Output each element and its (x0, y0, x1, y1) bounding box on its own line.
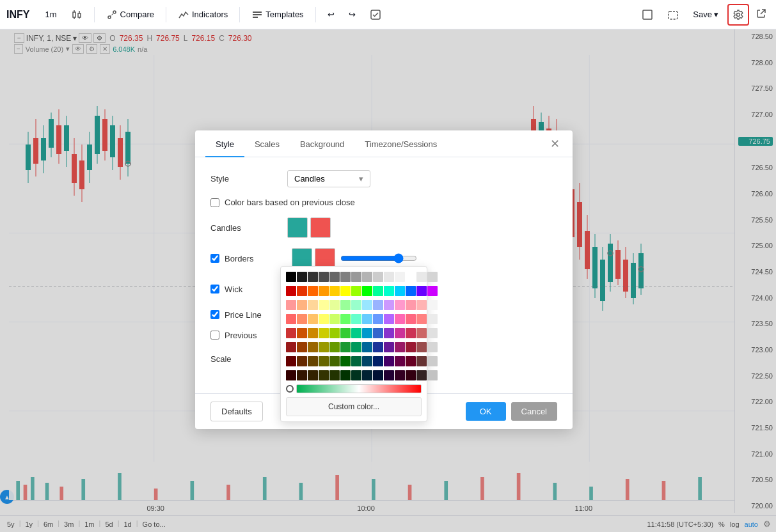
save-button[interactable]: Save ▾ (688, 7, 724, 22)
color-cell[interactable] (308, 356, 318, 366)
color-cell[interactable] (340, 370, 351, 380)
color-cell[interactable] (329, 272, 340, 282)
color-cell[interactable] (297, 356, 307, 366)
color-cell[interactable] (427, 370, 438, 380)
color-cell[interactable] (427, 272, 438, 282)
color-cell[interactable] (416, 300, 427, 310)
color-cell[interactable] (297, 272, 307, 282)
cancel-button[interactable]: Cancel (511, 402, 557, 421)
color-cell[interactable] (384, 272, 394, 282)
color-cell[interactable] (319, 356, 329, 366)
external-link-button[interactable] (753, 5, 770, 24)
color-cell[interactable] (362, 272, 372, 282)
color-cell[interactable] (427, 286, 438, 296)
color-cell[interactable] (373, 328, 383, 338)
color-cell[interactable] (286, 314, 296, 324)
color-cell[interactable] (297, 286, 307, 296)
color-cell[interactable] (406, 342, 416, 352)
color-cell[interactable] (406, 272, 416, 282)
color-cell[interactable] (406, 300, 416, 310)
color-cell[interactable] (384, 300, 394, 310)
color-cell[interactable] (340, 286, 351, 296)
color-cell[interactable] (406, 286, 416, 296)
borders-checkbox[interactable] (210, 254, 219, 263)
color-cell[interactable] (427, 314, 438, 324)
gradient-bar[interactable] (296, 384, 422, 393)
color-cell[interactable] (319, 286, 329, 296)
color-cell[interactable] (406, 328, 416, 338)
color-cell[interactable] (340, 328, 351, 338)
color-cell[interactable] (416, 356, 427, 366)
color-cell[interactable] (362, 314, 372, 324)
color-cell[interactable] (297, 300, 307, 310)
color-cell[interactable] (395, 272, 405, 282)
tab-style[interactable]: Style (205, 130, 244, 157)
color-cell[interactable] (329, 356, 340, 366)
color-cell[interactable] (395, 342, 405, 352)
color-cell[interactable] (319, 272, 329, 282)
color-cell[interactable] (416, 328, 427, 338)
color-cell[interactable] (395, 328, 405, 338)
color-cell[interactable] (351, 272, 361, 282)
alert-button[interactable] (365, 6, 386, 23)
color-cell[interactable] (297, 370, 307, 380)
color-cell[interactable] (395, 356, 405, 366)
color-cell[interactable] (384, 370, 394, 380)
bar-style-button[interactable] (66, 6, 88, 23)
color-cell[interactable] (319, 300, 329, 310)
redo-button[interactable]: ↪ (344, 7, 361, 22)
color-cell[interactable] (340, 342, 351, 352)
color-cell[interactable] (329, 370, 340, 380)
ok-button[interactable]: OK (466, 402, 506, 421)
color-cell[interactable] (362, 370, 372, 380)
color-cell[interactable] (351, 286, 361, 296)
color-cell[interactable] (362, 328, 372, 338)
color-cell[interactable] (297, 328, 307, 338)
color-cell[interactable] (395, 314, 405, 324)
color-cell[interactable] (373, 314, 383, 324)
color-cell[interactable] (286, 356, 296, 366)
color-cell[interactable] (351, 356, 361, 366)
color-cell[interactable] (308, 342, 318, 352)
color-cell[interactable] (351, 370, 361, 380)
custom-color-button[interactable]: Custom color... (286, 397, 422, 416)
color-cell[interactable] (308, 272, 318, 282)
color-cell[interactable] (373, 370, 383, 380)
color-cell[interactable] (308, 286, 318, 296)
color-cell[interactable] (351, 300, 361, 310)
color-cell[interactable] (351, 342, 361, 352)
color-cell[interactable] (297, 342, 307, 352)
color-cell[interactable] (286, 272, 296, 282)
color-cell[interactable] (329, 342, 340, 352)
color-cell[interactable] (427, 356, 438, 366)
color-cell[interactable] (329, 328, 340, 338)
gradient-knob[interactable] (286, 385, 294, 393)
style-select-dropdown[interactable]: Candles ▾ (287, 170, 370, 187)
color-cell[interactable] (395, 300, 405, 310)
color-cell[interactable] (329, 286, 340, 296)
tab-scales[interactable]: Scales (244, 130, 290, 157)
color-cell[interactable] (319, 314, 329, 324)
color-cell[interactable] (427, 300, 438, 310)
color-bars-checkbox[interactable] (210, 198, 219, 207)
color-cell[interactable] (416, 342, 427, 352)
color-cell[interactable] (308, 328, 318, 338)
color-cell[interactable] (416, 314, 427, 324)
borders-slider[interactable] (340, 253, 417, 263)
compare-button[interactable]: Compare (101, 6, 159, 23)
color-cell[interactable] (340, 300, 351, 310)
color-cell[interactable] (406, 356, 416, 366)
color-cell[interactable] (362, 300, 372, 310)
color-cell[interactable] (395, 370, 405, 380)
previous-checkbox[interactable] (210, 331, 219, 340)
price-line-checkbox[interactable] (210, 310, 219, 319)
color-cell[interactable] (373, 300, 383, 310)
color-cell[interactable] (340, 314, 351, 324)
candle-up-color-swatch[interactable] (287, 217, 308, 238)
color-cell[interactable] (340, 356, 351, 366)
color-cell[interactable] (427, 328, 438, 338)
color-cell[interactable] (329, 314, 340, 324)
snapshot-button[interactable] (662, 6, 684, 23)
color-cell[interactable] (395, 286, 405, 296)
templates-button[interactable]: Templates (246, 6, 308, 23)
